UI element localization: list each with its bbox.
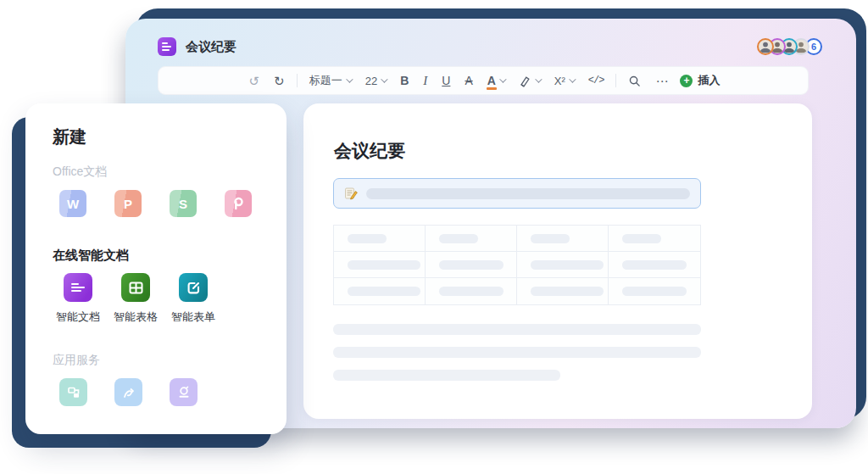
smart-sheet-item[interactable]: 智能表格 — [112, 273, 159, 325]
presentation-tile[interactable]: P — [114, 190, 142, 217]
smart-section-label: 在线智能文档 — [53, 248, 129, 264]
toolbar-divider — [297, 74, 298, 87]
window-title: 会议纪要 — [186, 39, 236, 55]
font-size-dropdown[interactable]: 22 — [363, 73, 388, 89]
smart-form-item[interactable]: 智能表单 — [170, 273, 217, 325]
chevron-down-icon — [535, 75, 542, 82]
search-button[interactable] — [626, 73, 643, 89]
superscript-button[interactable]: X² — [552, 73, 576, 89]
toolbar-divider — [615, 74, 616, 87]
undo-icon: ↺ — [249, 75, 260, 87]
chevron-down-icon — [499, 75, 506, 82]
skeleton-text-line — [333, 347, 701, 358]
stamp-seal-icon — [176, 385, 192, 400]
stamp-app-tile[interactable] — [170, 378, 198, 406]
document-canvas[interactable]: 会议纪要 — [303, 103, 812, 419]
formatting-toolbar: ↺ ↻ 标题一 22 B I U A A X² </> ⋯ + 插入 — [158, 66, 809, 95]
smart-doc-icon — [64, 273, 92, 302]
heading-style-dropdown[interactable]: 标题一 — [307, 71, 353, 90]
redo-icon: ↻ — [274, 75, 285, 87]
apps-section-label: 应用服务 — [53, 353, 100, 368]
redo-button[interactable]: ↻ — [271, 73, 287, 89]
pdf-tile[interactable] — [225, 190, 252, 217]
chevron-down-icon — [381, 75, 387, 82]
signature-pen-icon — [121, 385, 136, 400]
insert-button[interactable]: + 插入 — [680, 73, 720, 88]
create-panel: 新建 Office文档 W P S 在线智能文档 智能文档 — [25, 103, 287, 434]
office-doc-row: W P S — [59, 190, 252, 217]
callout-text-placeholder — [366, 188, 690, 199]
smart-doc-row: 智能文档 智能表格 智能表单 — [54, 273, 217, 325]
office-section-label: Office文档 — [53, 165, 107, 180]
skeleton-table[interactable] — [333, 225, 701, 305]
smart-sheet-icon — [121, 273, 150, 302]
esign-app-tile[interactable] — [114, 378, 142, 406]
collaborator-avatars: 6 — [757, 38, 822, 55]
more-button[interactable]: ⋯ — [653, 73, 670, 89]
workflow-icon — [66, 385, 81, 400]
highlighter-icon — [519, 75, 531, 87]
strikethrough-button[interactable]: A — [462, 72, 475, 89]
callout-block[interactable] — [333, 178, 701, 209]
spreadsheet-tile[interactable]: S — [170, 190, 197, 217]
document-title: 会议纪要 — [334, 139, 405, 163]
smart-form-icon — [179, 273, 208, 302]
memo-pencil-icon — [344, 187, 358, 200]
smart-doc-item[interactable]: 智能文档 — [54, 273, 102, 325]
workflow-app-tile[interactable] — [59, 378, 87, 406]
more-icon: ⋯ — [655, 75, 668, 87]
chevron-down-icon — [346, 75, 353, 82]
underline-button[interactable]: U — [439, 72, 453, 89]
app-services-row — [59, 378, 198, 406]
panel-title: 新建 — [53, 125, 86, 148]
highlight-button[interactable] — [516, 73, 542, 89]
skeleton-text-line — [333, 370, 560, 381]
italic-button[interactable]: I — [420, 72, 430, 90]
skeleton-text-line — [333, 324, 701, 335]
word-doc-tile[interactable]: W — [59, 190, 86, 217]
code-button[interactable]: </> — [586, 73, 607, 88]
undo-button[interactable]: ↺ — [247, 73, 263, 89]
avatar[interactable] — [757, 38, 774, 55]
font-color-button[interactable]: A — [485, 72, 507, 89]
chevron-down-icon — [569, 75, 576, 82]
pdf-loop-icon — [231, 196, 246, 211]
person-icon — [759, 40, 772, 53]
search-icon — [628, 75, 641, 87]
bold-button[interactable]: B — [398, 72, 411, 89]
document-icon — [158, 37, 176, 56]
plus-icon: + — [680, 75, 693, 87]
window-header: 会议纪要 6 — [158, 34, 822, 59]
illustration-stage: 会议纪要 6 ↺ ↻ 标题一 22 — [0, 0, 868, 474]
